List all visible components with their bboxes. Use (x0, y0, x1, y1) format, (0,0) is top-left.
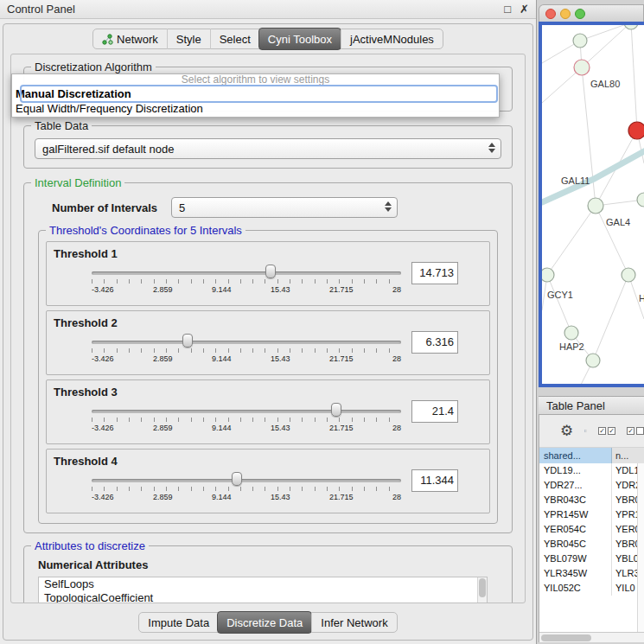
network-node-plain[interactable] (588, 198, 603, 214)
slider-track[interactable] (92, 410, 401, 413)
network-edge[interactable] (580, 25, 631, 41)
network-edge[interactable] (631, 25, 637, 131)
tab-impute-data[interactable]: Impute Data (139, 612, 218, 633)
network-edge[interactable] (547, 275, 571, 333)
combo-stepper-icon[interactable] (385, 201, 392, 212)
gear-icon[interactable]: ⚙ (560, 424, 573, 438)
cell-shared-name[interactable]: YBL079W (539, 552, 612, 566)
attributes-group: Attributes to discretize Numerical Attri… (23, 545, 513, 603)
slider-tick-labels: -3.4262.8599.14415.4321.71528 (92, 354, 401, 363)
attribute-list-item[interactable]: TopologicalCoefficient (44, 591, 487, 603)
column-header-name[interactable]: n... (612, 448, 644, 463)
network-edge[interactable] (596, 206, 628, 275)
thresholds-group-title: Threshold's Coordinates for 5 Intervals (46, 224, 245, 237)
cell-shared-name[interactable]: YDR27... (539, 478, 612, 493)
network-node-pink[interactable] (574, 60, 590, 75)
slider-track[interactable] (92, 271, 401, 275)
threshold-3-value[interactable]: 21.4 (411, 400, 458, 423)
tab-cyni-toolbox[interactable]: Cyni Toolbox (258, 28, 341, 50)
table-data-combo[interactable]: galFiltered.sif default node (35, 138, 501, 159)
cell-shared-name[interactable]: YIL052C (539, 581, 612, 596)
threshold-4-value[interactable]: 11.344 (411, 469, 458, 492)
tick-label: 15.43 (271, 285, 290, 294)
tick-label: 21.715 (329, 285, 354, 294)
cell-shared-name[interactable]: YPR145W (539, 507, 612, 522)
network-node-plain[interactable] (637, 193, 644, 207)
table-row[interactable]: YBR043CYBR0 (539, 493, 644, 507)
table-row[interactable]: YDR27...YDR2 (539, 478, 644, 493)
network-node-plain[interactable] (542, 268, 554, 282)
table-row[interactable]: YBR045CYBR0 (539, 537, 644, 552)
tab-style[interactable]: Style (167, 29, 210, 49)
network-node-plain[interactable] (573, 34, 587, 48)
tick-label: 9.144 (212, 354, 232, 363)
minimize-traffic-light-icon[interactable] (560, 9, 571, 19)
threshold-2-value[interactable]: 6.316 (411, 331, 458, 354)
table-row[interactable]: YDL19...YDL1 (539, 463, 644, 478)
tab-infer-network[interactable]: Infer Network (311, 612, 396, 633)
tab-style-label: Style (176, 33, 201, 46)
tab-impute-data-label: Impute Data (148, 616, 209, 629)
table-row[interactable]: YLR345WYLR3 (539, 566, 644, 581)
cell-shared-name[interactable]: YBR045C (539, 537, 612, 552)
number-of-intervals-value: 5 (179, 201, 185, 214)
table-row[interactable]: YER054CYER0 (539, 522, 644, 537)
control-panel-titlebar: Control Panel □ ✗ (0, 0, 536, 19)
columns-icon[interactable] (584, 425, 587, 437)
attributes-group-title: Attributes to discretize (31, 539, 149, 552)
algorithm-option-equal-width[interactable]: Equal Width/Frequency Discretization (12, 101, 499, 116)
tab-select[interactable]: Select (210, 29, 259, 49)
cell-shared-name[interactable]: YLR345W (539, 566, 612, 581)
table-row[interactable]: YBL079WYBL0 (539, 552, 644, 566)
network-node-plain[interactable] (624, 25, 638, 29)
threshold-1-label: Threshold 1 (54, 247, 482, 260)
network-edge[interactable] (547, 206, 596, 275)
select-all-checkboxes-icon[interactable]: ✓ ✓ (598, 427, 615, 435)
close-window-icon[interactable]: ✗ (520, 3, 529, 16)
threshold-1-value[interactable]: 14.713 (411, 262, 458, 284)
network-edge[interactable] (593, 275, 628, 360)
network-view-canvas[interactable]: GAL80GAL11GAL4GCY1HHAP2 (539, 22, 644, 387)
network-node-plain[interactable] (564, 326, 578, 340)
table-horizontal-scrollbar[interactable] (539, 632, 644, 642)
slider-thumb[interactable] (232, 472, 242, 486)
threshold-2-slider[interactable]: -3.4262.8599.14415.4321.71528 (92, 331, 401, 367)
network-node-label: HAP2 (559, 341, 584, 352)
combo-stepper-icon[interactable] (488, 143, 495, 153)
table-vertical-scrollbar[interactable] (637, 463, 644, 632)
table-row[interactable]: YPR145WYPR1 (539, 507, 644, 522)
algorithm-option-manual[interactable]: Manual Discretization (12, 86, 499, 101)
threshold-1-slider[interactable]: -3.4262.8599.14415.4321.71528 (92, 262, 401, 298)
table-row[interactable]: YIL052CYIL0 (539, 581, 644, 596)
close-traffic-light-icon[interactable] (545, 9, 556, 19)
deselect-checkboxes-icon[interactable]: ✓ (627, 427, 644, 435)
float-window-icon[interactable]: □ (504, 3, 511, 16)
attributes-scrollbar-thumb[interactable] (479, 578, 486, 597)
slider-thumb[interactable] (265, 265, 276, 278)
cell-shared-name[interactable]: YER054C (539, 522, 612, 537)
tick-label: -3.426 (92, 285, 114, 294)
threshold-3-slider[interactable]: -3.4262.8599.14415.4321.71528 (92, 400, 401, 437)
column-header-shared-name[interactable]: shared... (539, 448, 612, 463)
tick-label: 2.859 (153, 424, 173, 432)
tab-discretize-data[interactable]: Discretize Data (217, 611, 312, 634)
cell-shared-name[interactable]: YBR043C (539, 493, 612, 507)
slider-thumb[interactable] (182, 334, 193, 348)
threshold-4-slider[interactable]: -3.4262.8599.14415.4321.71528 (92, 469, 401, 506)
scrollbar-thumb[interactable] (541, 634, 591, 641)
attribute-list-item[interactable]: SelfLoops (44, 577, 487, 591)
attributes-scrollbar[interactable] (477, 577, 487, 603)
number-of-intervals-combo[interactable]: 5 (171, 197, 398, 218)
network-node-plain[interactable] (586, 354, 600, 367)
tab-network[interactable]: Network (93, 29, 167, 49)
network-node-red[interactable] (628, 122, 644, 139)
numerical-attributes-list[interactable]: SelfLoopsTopologicalCoefficientBetweenne… (38, 577, 488, 603)
cell-shared-name[interactable]: YDL19... (539, 463, 612, 478)
network-node-plain[interactable] (622, 268, 635, 282)
slider-thumb[interactable] (331, 403, 341, 417)
zoom-traffic-light-icon[interactable] (575, 9, 585, 19)
tab-jactivemnodules[interactable]: jActiveMNodules (341, 29, 443, 49)
slider-track[interactable] (92, 341, 401, 344)
network-highlighted-edge[interactable] (542, 151, 644, 202)
slider-track[interactable] (92, 479, 401, 482)
